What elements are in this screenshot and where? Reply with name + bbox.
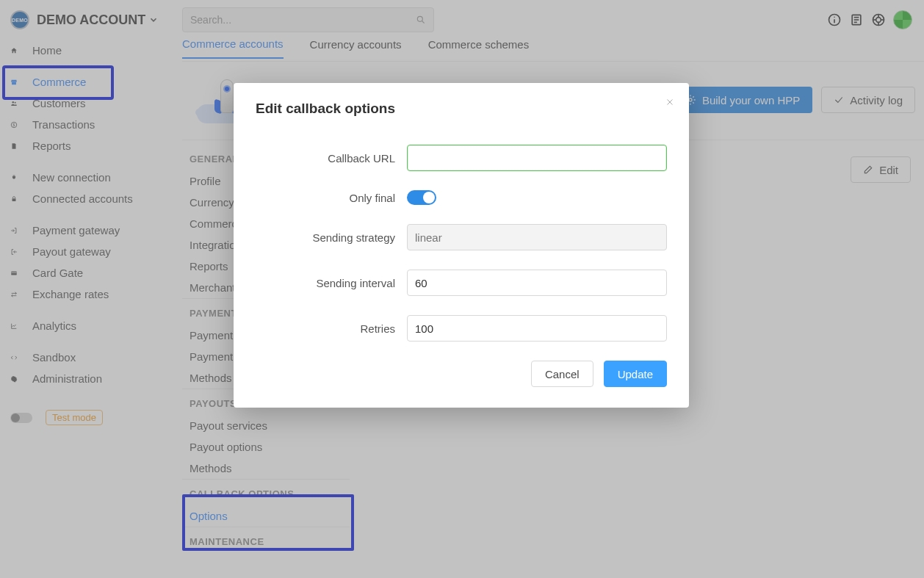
sending-strategy-input xyxy=(407,224,667,250)
sending-interval-input[interactable] xyxy=(407,270,667,296)
field-label: Callback URL xyxy=(256,152,407,165)
cancel-button[interactable]: Cancel xyxy=(531,361,593,387)
button-label: Update xyxy=(618,368,653,380)
field-label: Only final xyxy=(256,192,407,204)
edit-callback-modal: Edit callback options Callback URL Only … xyxy=(234,83,689,408)
field-label: Sending strategy xyxy=(256,231,407,244)
field-label: Retries xyxy=(256,322,407,335)
button-label: Cancel xyxy=(545,368,580,380)
only-final-toggle[interactable] xyxy=(407,190,436,205)
update-button[interactable]: Update xyxy=(604,361,667,387)
modal-title: Edit callback options xyxy=(256,101,667,117)
close-icon[interactable] xyxy=(663,95,677,109)
callback-url-input[interactable] xyxy=(407,145,667,171)
retries-input[interactable] xyxy=(407,315,667,342)
field-label: Sending interval xyxy=(256,277,407,289)
